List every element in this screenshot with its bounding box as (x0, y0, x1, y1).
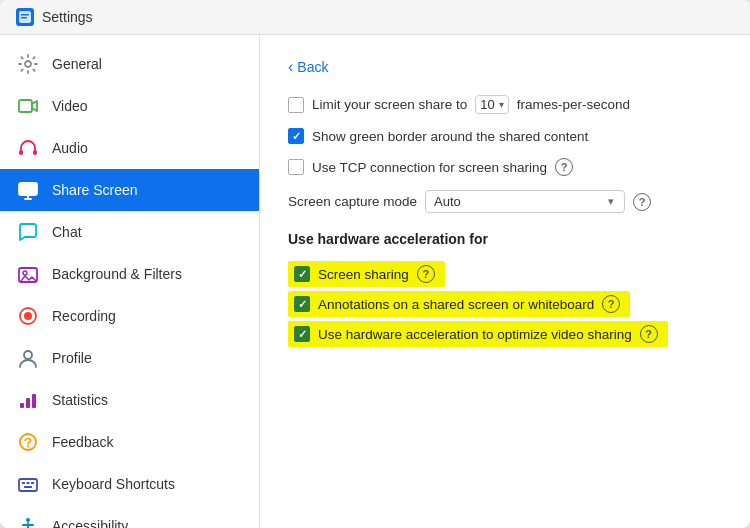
green-border-checkbox[interactable] (288, 128, 304, 144)
sidebar-item-statistics[interactable]: Statistics (0, 379, 259, 421)
sidebar-item-keyboard-shortcuts[interactable]: Keyboard Shortcuts (0, 463, 259, 505)
profile-icon (16, 346, 40, 370)
svg-point-23 (26, 518, 30, 522)
svg-point-11 (24, 312, 32, 320)
hw-annotations-checkbox[interactable] (294, 296, 310, 312)
svg-rect-2 (21, 17, 27, 19)
green-border-label: Show green border around the shared cont… (312, 129, 588, 144)
headphones-icon (16, 136, 40, 160)
hw-screen-sharing-label: Screen sharing (318, 267, 409, 282)
sidebar-item-accessibility[interactable]: Accessibility (0, 505, 259, 528)
svg-rect-15 (32, 394, 36, 408)
main-panel: ‹ Back Limit your screen share to 10 ▾ f… (260, 35, 750, 528)
sidebar-item-audio[interactable]: Audio (0, 127, 259, 169)
back-link[interactable]: ‹ Back (288, 59, 722, 75)
limit-fps-label: Limit your screen share to (312, 97, 467, 112)
svg-point-3 (25, 61, 31, 67)
chat-icon (16, 220, 40, 244)
monitor-icon (16, 178, 40, 202)
screen-capture-label: Screen capture mode (288, 194, 417, 209)
hardware-section-title: Use hardware acceleration for (288, 231, 722, 247)
sidebar-label-recording: Recording (52, 308, 116, 324)
green-border-row: Show green border around the shared cont… (288, 128, 722, 144)
capture-value: Auto (434, 194, 461, 209)
hw-annotations-label: Annotations on a shared screen or whiteb… (318, 297, 594, 312)
tcp-connection-row: Use TCP connection for screen sharing ? (288, 158, 722, 176)
hardware-list: Screen sharing ? Annotations on a shared… (288, 261, 722, 347)
svg-point-9 (23, 271, 27, 275)
sidebar-item-chat[interactable]: Chat (0, 211, 259, 253)
svg-rect-14 (26, 398, 30, 408)
svg-rect-1 (21, 14, 29, 16)
svg-rect-20 (27, 482, 30, 484)
gear-icon (16, 52, 40, 76)
sidebar-label-video: Video (52, 98, 88, 114)
title-bar: Settings (0, 0, 750, 35)
keyboard-icon (16, 472, 40, 496)
hw-annotations-help[interactable]: ? (602, 295, 620, 313)
tcp-connection-checkbox[interactable] (288, 159, 304, 175)
sidebar-item-recording[interactable]: Recording (0, 295, 259, 337)
sidebar-label-chat: Chat (52, 224, 82, 240)
tcp-connection-label: Use TCP connection for screen sharing (312, 160, 547, 175)
fps-select[interactable]: 10 ▾ (475, 95, 508, 114)
svg-rect-18 (19, 479, 37, 491)
svg-rect-21 (31, 482, 34, 484)
limit-fps-row: Limit your screen share to 10 ▾ frames-p… (288, 95, 722, 114)
accessibility-icon (16, 514, 40, 528)
window-title: Settings (42, 9, 93, 25)
screen-capture-row: Screen capture mode Auto ▾ ? (288, 190, 722, 213)
sidebar-label-keyboard-shortcuts: Keyboard Shortcuts (52, 476, 175, 492)
capture-help-icon[interactable]: ? (633, 193, 651, 211)
sidebar-label-feedback: Feedback (52, 434, 113, 450)
sidebar-label-statistics: Statistics (52, 392, 108, 408)
sidebar-label-audio: Audio (52, 140, 88, 156)
back-chevron: ‹ (288, 59, 293, 75)
sidebar-item-video[interactable]: Video (0, 85, 259, 127)
hw-screen-sharing-help[interactable]: ? (417, 265, 435, 283)
fps-value: 10 (480, 97, 494, 112)
sidebar-label-general: General (52, 56, 102, 72)
record-icon (16, 304, 40, 328)
sidebar-item-feedback[interactable]: Feedback (0, 421, 259, 463)
settings-window: Settings General (0, 0, 750, 528)
back-label: Back (297, 59, 328, 75)
capture-dropdown-arrow: ▾ (608, 195, 614, 208)
svg-rect-13 (20, 403, 24, 408)
svg-point-16 (20, 434, 36, 450)
sidebar-label-share-screen: Share Screen (52, 182, 138, 198)
sidebar-label-accessibility: Accessibility (52, 518, 128, 528)
fps-dropdown-arrow: ▾ (499, 99, 504, 110)
hw-screen-sharing-checkbox[interactable] (294, 266, 310, 282)
svg-rect-22 (24, 486, 32, 488)
svg-point-12 (24, 351, 32, 359)
screen-capture-select[interactable]: Auto ▾ (425, 190, 625, 213)
hardware-row-screen-sharing: Screen sharing ? (288, 261, 722, 287)
sidebar-item-share-screen[interactable]: Share Screen (0, 169, 259, 211)
hardware-row-video-sharing: Use hardware acceleration to optimize vi… (288, 321, 722, 347)
svg-rect-4 (19, 100, 32, 112)
background-icon (16, 262, 40, 286)
stats-icon (16, 388, 40, 412)
content-area: General Video (0, 35, 750, 528)
svg-rect-6 (33, 150, 37, 155)
hw-video-sharing-help[interactable]: ? (640, 325, 658, 343)
fps-suffix: frames-per-second (517, 97, 630, 112)
svg-point-17 (27, 446, 29, 448)
sidebar-item-profile[interactable]: Profile (0, 337, 259, 379)
limit-fps-checkbox[interactable] (288, 97, 304, 113)
hw-video-sharing-checkbox[interactable] (294, 326, 310, 342)
svg-rect-5 (19, 150, 23, 155)
sidebar-label-profile: Profile (52, 350, 92, 366)
sidebar-item-background-filters[interactable]: Background & Filters (0, 253, 259, 295)
hw-video-sharing-label: Use hardware acceleration to optimize vi… (318, 327, 632, 342)
tcp-help-icon[interactable]: ? (555, 158, 573, 176)
hardware-row-annotations: Annotations on a shared screen or whiteb… (288, 291, 722, 317)
sidebar: General Video (0, 35, 260, 528)
sidebar-label-background-filters: Background & Filters (52, 266, 182, 282)
sidebar-item-general[interactable]: General (0, 43, 259, 85)
video-icon (16, 94, 40, 118)
svg-rect-19 (22, 482, 25, 484)
feedback-icon (16, 430, 40, 454)
app-icon (16, 8, 34, 26)
